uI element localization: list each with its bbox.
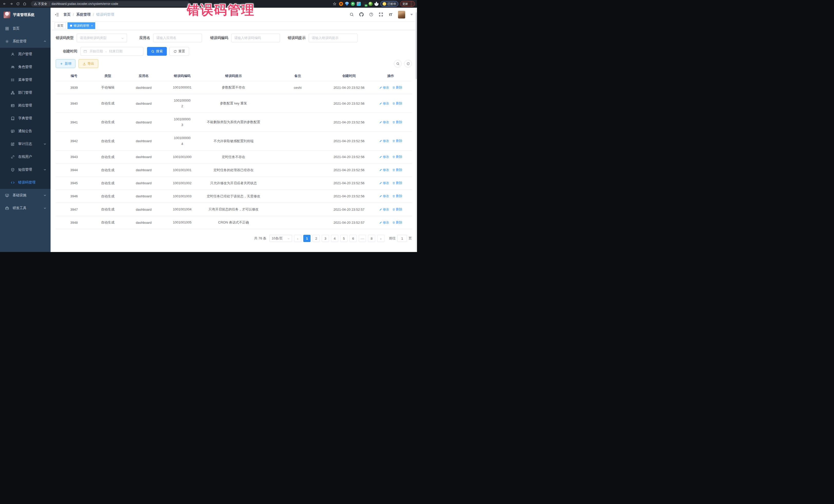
page-button-1[interactable]: 1 <box>303 235 310 242</box>
edit-link[interactable]: 修改 <box>379 220 389 225</box>
sidebar-item-6[interactable]: 岗位管理 <box>0 99 50 112</box>
refresh-table-button[interactable] <box>404 60 412 67</box>
address-bar[interactable]: 不安全 dashboard.yudao.iocoder.cn/system/er… <box>31 1 190 7</box>
extension-icon-1[interactable] <box>339 2 343 6</box>
dashboard-icon <box>5 27 9 30</box>
sidebar-item-8[interactable]: 通知公告 <box>0 125 50 137</box>
sidebar-item-14[interactable]: 研发工具 <box>0 202 50 215</box>
reload-icon[interactable] <box>15 1 21 6</box>
delete-link[interactable]: 删除 <box>392 220 402 225</box>
back-icon[interactable] <box>2 1 7 6</box>
overlay-annotation-title: 错误码管理 <box>187 2 255 19</box>
tag-1[interactable]: 错误码管理× <box>67 22 95 29</box>
user-menu-caret-icon[interactable] <box>410 14 413 15</box>
delete-link[interactable]: 删除 <box>392 139 402 143</box>
toggle-search-button[interactable] <box>394 60 402 67</box>
sidebar-collapse-icon[interactable] <box>54 12 59 17</box>
add-button[interactable]: 新增 <box>56 59 75 68</box>
page-button-3[interactable]: 3 <box>322 235 329 242</box>
extension-icon-7[interactable] <box>374 2 378 6</box>
prev-page-button[interactable]: ‹ <box>294 235 301 242</box>
next-page-button[interactable]: › <box>377 235 385 242</box>
extension-icon-2[interactable] <box>345 2 349 6</box>
sidebar-item-12[interactable]: 错误码管理 <box>0 176 50 189</box>
table-toolbar: 新增 导出 <box>56 59 412 68</box>
page-button-6[interactable]: 6 <box>350 235 357 242</box>
column-header-1: 类型 <box>92 71 123 81</box>
screen: 不安全 dashboard.yudao.iocoder.cn/system/er… <box>0 0 417 252</box>
sidebar-item-1[interactable]: 系统管理 <box>0 35 50 48</box>
sidebar-item-4[interactable]: 菜单管理 <box>0 73 50 86</box>
edit-link[interactable]: 修改 <box>379 168 389 172</box>
search-button[interactable]: 搜索 <box>147 47 167 56</box>
sidebar-item-10[interactable]: 在线用户 <box>0 150 50 163</box>
edit-link[interactable]: 修改 <box>379 85 389 90</box>
bookmark-star-icon[interactable] <box>332 1 337 6</box>
extension-icon-5[interactable]: on <box>363 2 367 6</box>
active-tag-dot <box>70 25 72 27</box>
scrollbar-thumb[interactable] <box>416 12 417 79</box>
page-button-5[interactable]: 5 <box>340 235 348 242</box>
sidebar-item-5[interactable]: 部门管理 <box>0 86 50 99</box>
extension-icon-3[interactable] <box>351 2 355 6</box>
export-button[interactable]: 导出 <box>79 59 98 68</box>
edit-link[interactable]: 修改 <box>379 155 389 159</box>
delete-link[interactable]: 删除 <box>392 101 402 106</box>
edit-link[interactable]: 修改 <box>379 194 389 198</box>
font-size-icon[interactable]: tT <box>388 12 393 17</box>
forward-icon[interactable] <box>9 1 14 6</box>
row-actions: 修改删除 <box>370 150 412 163</box>
edit-link[interactable]: 修改 <box>379 101 389 106</box>
more-pages-button[interactable]: ··· <box>359 235 366 242</box>
app-name-input[interactable]: 请输入应用名 <box>153 34 202 42</box>
page-scrollbar[interactable] <box>415 8 417 252</box>
goto-page-input[interactable] <box>397 235 407 242</box>
date-range-picker[interactable]: 开始日期 - 结束日期 <box>80 47 144 56</box>
sidebar-item-0[interactable]: 首页 <box>0 22 50 35</box>
delete-link[interactable]: 删除 <box>392 181 402 185</box>
sidebar-item-3[interactable]: 角色管理 <box>0 61 50 73</box>
page-size-select[interactable]: 10条/页 <box>269 235 292 242</box>
github-icon[interactable] <box>359 12 364 17</box>
tag-0[interactable]: 首页 <box>54 22 66 29</box>
error-hint-input[interactable]: 请输入错误码提示 <box>309 34 357 42</box>
sidebar-item-label: 审计日志 <box>18 141 32 146</box>
sidebar-item-13[interactable]: 基础设施 <box>0 189 50 202</box>
reset-button[interactable]: 重置 <box>169 47 189 56</box>
browser-update-button[interactable]: 更新 ⋮⋮ <box>400 1 415 7</box>
page-button-8[interactable]: 8 <box>368 235 375 242</box>
sidebar-item-2[interactable]: 用户管理 <box>0 48 50 61</box>
sidebar-item-9[interactable]: 审计日志 <box>0 137 50 150</box>
delete-link[interactable]: 删除 <box>392 194 402 198</box>
edit-link[interactable]: 修改 <box>379 120 389 125</box>
delete-link[interactable]: 删除 <box>392 168 402 172</box>
browser-profile-chip[interactable]: 已暂停 <box>380 1 398 7</box>
fullscreen-icon[interactable] <box>378 12 383 17</box>
sidebar-item-7[interactable]: 字典管理 <box>0 112 50 125</box>
delete-link[interactable]: 删除 <box>392 155 402 159</box>
edit-link[interactable]: 修改 <box>379 181 389 185</box>
browser-menu-icon[interactable]: ⋮⋮ <box>410 1 413 6</box>
error-type-select[interactable]: 请选择错误码类型 <box>77 34 127 42</box>
not-secure-warning[interactable]: 不安全 <box>34 2 47 6</box>
delete-link[interactable]: 删除 <box>392 85 402 90</box>
tag-close-icon[interactable]: × <box>91 24 93 27</box>
app-logo[interactable]: 芋道管理系统 <box>0 8 50 22</box>
breadcrumb-item-0[interactable]: 首页 <box>63 12 70 17</box>
page-button-2[interactable]: 2 <box>312 235 320 242</box>
edit-link[interactable]: 修改 <box>379 139 389 143</box>
sidebar-item-11[interactable]: 短信管理 <box>0 163 50 176</box>
sidebar-item-label: 通知公告 <box>18 129 32 133</box>
user-avatar[interactable] <box>398 11 405 19</box>
extension-icon-4[interactable] <box>357 2 361 6</box>
home-icon[interactable] <box>22 1 27 6</box>
breadcrumb-item-1[interactable]: 系统管理 <box>76 12 91 17</box>
edit-link[interactable]: 修改 <box>379 207 389 212</box>
header-search-icon[interactable] <box>349 12 354 17</box>
page-button-4[interactable]: 4 <box>331 235 338 242</box>
delete-link[interactable]: 删除 <box>392 207 402 212</box>
extension-icon-6[interactable] <box>369 2 373 6</box>
delete-link[interactable]: 删除 <box>392 120 402 125</box>
error-code-input[interactable]: 请输入错误码编码 <box>231 34 280 42</box>
help-icon[interactable] <box>369 12 373 17</box>
